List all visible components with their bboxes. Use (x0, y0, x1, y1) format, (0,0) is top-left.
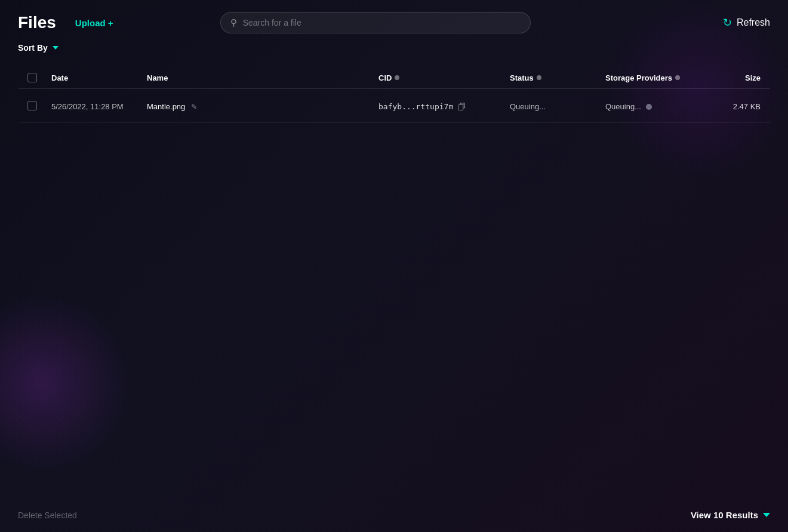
search-input[interactable] (243, 18, 521, 27)
delete-selected-button[interactable]: Delete Selected (18, 511, 77, 520)
files-table: Date Name CID Status Storage Providers (18, 67, 770, 123)
row-storage-providers: Queuing... (605, 102, 701, 111)
header-date: Date (51, 73, 147, 82)
row-name: Mantle.png ✎ (147, 102, 378, 111)
row-checkbox[interactable] (27, 101, 37, 110)
refresh-icon: ↻ (723, 16, 732, 29)
upload-button[interactable]: Upload + (70, 16, 118, 30)
header-cid: CID (378, 73, 510, 82)
copy-icon[interactable]: 🗍 (458, 102, 466, 112)
row-status: Queuing... (510, 102, 605, 111)
refresh-label: Refresh (737, 17, 770, 28)
sort-dropdown-button[interactable] (53, 46, 59, 50)
cid-info-icon[interactable] (395, 75, 399, 80)
table-header: Date Name CID Status Storage Providers (18, 67, 770, 89)
row-size: 2.47 KB (701, 102, 761, 111)
view-results-button[interactable]: View 10 Results (691, 510, 770, 520)
row-cid: bafyb...rttupi7m 🗍 (378, 102, 510, 112)
search-icon: ⚲ (230, 17, 237, 28)
edit-icon[interactable]: ✎ (191, 103, 197, 111)
search-container: ⚲ (220, 12, 531, 33)
header-status: Status (510, 73, 605, 82)
view-results-label: View 10 Results (691, 510, 758, 520)
select-all-checkbox[interactable] (27, 73, 37, 82)
chevron-down-icon (53, 46, 59, 50)
storage-status-dot (646, 104, 652, 110)
page-header: Files Upload + ⚲ ↻ Refresh (18, 12, 770, 33)
row-checkbox-cell (27, 101, 51, 112)
status-info-icon[interactable] (537, 75, 541, 80)
table-row: 5/26/2022, 11:28 PM Mantle.png ✎ bafyb..… (18, 91, 770, 123)
header-storage-providers: Storage Providers (605, 73, 701, 82)
refresh-button[interactable]: ↻ Refresh (723, 16, 770, 29)
page-footer: Delete Selected View 10 Results (18, 510, 770, 520)
chevron-down-icon (763, 513, 770, 517)
page-title: Files (18, 13, 56, 32)
header-name: Name (147, 73, 378, 82)
storage-providers-info-icon[interactable] (675, 75, 680, 80)
sort-by-label: Sort By (18, 43, 48, 53)
header-size: Size (701, 73, 761, 82)
header-checkbox-cell (27, 73, 51, 82)
sort-bar: Sort By (18, 43, 770, 53)
search-wrapper: ⚲ (220, 12, 531, 33)
row-date: 5/26/2022, 11:28 PM (51, 101, 147, 113)
